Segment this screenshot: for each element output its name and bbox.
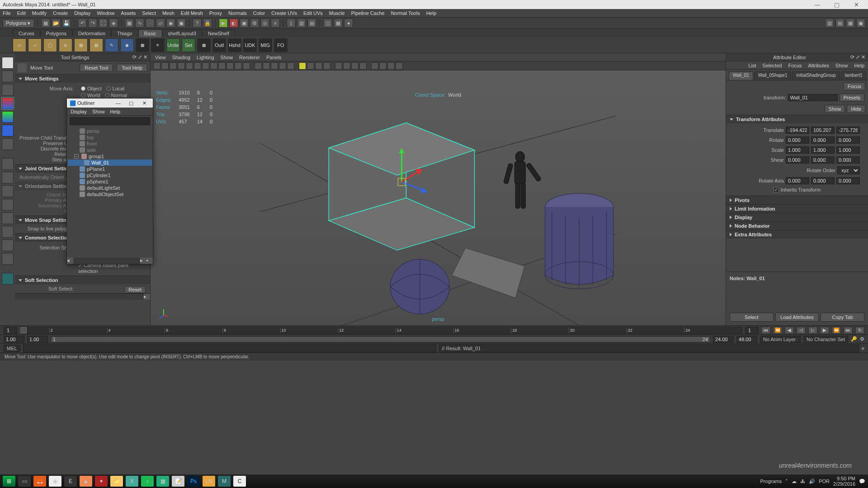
menu-item[interactable]: Help: [426, 10, 437, 16]
tray-onedrive-icon[interactable]: ☁: [792, 479, 797, 484]
axis-world-radio[interactable]: World: [81, 93, 100, 98]
outliner-item-wall-01[interactable]: Wall_01: [68, 160, 152, 166]
wireframe-icon[interactable]: ▦: [334, 19, 343, 28]
ae-show-button[interactable]: Show: [825, 105, 845, 113]
outliner-item-defaultobjectset[interactable]: defaultObjectSet: [68, 191, 152, 197]
vp-wireframe-icon[interactable]: [255, 62, 262, 70]
fo-icon[interactable]: FO: [274, 38, 288, 52]
tray-chevron-icon[interactable]: ˄: [785, 479, 788, 484]
vp-motion-blur-icon[interactable]: [379, 62, 387, 70]
range-play-end-input[interactable]: [713, 336, 734, 343]
scale-z-input[interactable]: [836, 146, 860, 154]
reset-tool-button[interactable]: Reset Tool: [80, 64, 113, 72]
vp-gate-mask-icon[interactable]: [218, 62, 226, 70]
translate-y-input[interactable]: [811, 127, 835, 134]
shelf-tab[interactable]: Deformation: [72, 29, 111, 37]
rotate-order-select[interactable]: xyz: [837, 166, 860, 174]
excel-icon[interactable]: X: [126, 476, 138, 487]
render-frame-icon[interactable]: ◎: [260, 19, 269, 28]
outliner-scroll-corner[interactable]: ▪: [146, 258, 153, 264]
poly-plane-icon[interactable]: ▱: [28, 38, 42, 52]
outliner-item-group1[interactable]: −group1: [68, 153, 152, 160]
menu-item[interactable]: Edit: [17, 10, 26, 16]
menu-item[interactable]: Color: [253, 10, 265, 16]
maya-icon[interactable]: M: [218, 476, 231, 487]
scale-x-input[interactable]: [786, 146, 809, 154]
command-input[interactable]: [23, 344, 436, 352]
epic-games-icon[interactable]: E: [64, 476, 77, 487]
range-start-input[interactable]: [4, 336, 24, 343]
shelf-tab[interactable]: Curves: [13, 29, 40, 37]
select-hierarchy-icon[interactable]: ⛶: [99, 19, 108, 28]
menu-item[interactable]: Pipeline Cache: [351, 10, 385, 16]
outliner-item-top[interactable]: top: [68, 134, 152, 141]
vp-grid-icon[interactable]: [194, 62, 201, 70]
range-track[interactable]: 124: [51, 336, 710, 343]
ae-menu-item[interactable]: List: [748, 63, 756, 68]
axis-local-radio[interactable]: Local: [106, 86, 124, 91]
ae-hide-button[interactable]: Hide: [847, 105, 865, 113]
vp-menu-item[interactable]: Show: [221, 55, 233, 60]
shear-x-input[interactable]: [786, 156, 809, 164]
vp-textured-icon[interactable]: [271, 62, 278, 70]
menu-item[interactable]: Window: [97, 10, 114, 16]
move-snap-header[interactable]: Move Snap Settings: [25, 217, 72, 223]
orientation-settings-header[interactable]: Orientation Settings: [25, 183, 72, 189]
outliner-item-persp[interactable]: persp: [68, 128, 152, 134]
outliner-item-psphere1[interactable]: pSphere1: [68, 178, 152, 185]
vp-resolution-gate-icon[interactable]: [210, 62, 217, 70]
undo-icon[interactable]: ↶: [78, 19, 87, 28]
poly-cylinder-icon[interactable]: ◯: [43, 38, 57, 52]
snap-live-icon[interactable]: ◉: [166, 19, 175, 28]
scale-y-input[interactable]: [811, 146, 835, 154]
step-forward-icon[interactable]: ▶: [820, 327, 829, 334]
ae-menu-item[interactable]: Show: [835, 63, 848, 68]
vp-lock-camera-icon[interactable]: [161, 62, 169, 70]
shelf-tab[interactable]: Polygons: [40, 29, 72, 37]
outliner-minimize[interactable]: —: [112, 100, 124, 106]
spotify-icon[interactable]: ♪: [141, 476, 154, 487]
render-settings-icon[interactable]: ⚙: [250, 19, 259, 28]
vp-menu-item[interactable]: View: [155, 55, 166, 60]
current-frame-field-right[interactable]: 1: [745, 327, 759, 334]
vp-menu-item[interactable]: Lighting: [197, 55, 214, 60]
layout-persp-outliner-icon[interactable]: [2, 212, 14, 224]
play-back-icon[interactable]: ◁: [797, 327, 806, 334]
shelf-tab[interactable]: Thiago: [111, 29, 138, 37]
app-icon-2[interactable]: ▦: [156, 476, 169, 487]
layout-four-icon[interactable]: [2, 172, 14, 183]
render-icon[interactable]: ▶: [219, 19, 228, 28]
vp-multisample-icon[interactable]: [387, 62, 395, 70]
notepad-icon[interactable]: 📝: [172, 476, 184, 487]
ae-copy-tab-button[interactable]: Copy Tab: [821, 313, 864, 322]
sidebar-toggle4-icon[interactable]: ▣: [856, 19, 865, 28]
script-lang-dropdown[interactable]: MEL: [4, 345, 20, 352]
range-play-start-input[interactable]: [27, 336, 48, 343]
checker-icon[interactable]: ▩: [197, 38, 211, 52]
file-explorer-icon[interactable]: 📁: [110, 476, 123, 487]
menu-item[interactable]: Display: [74, 10, 90, 16]
outliner-item-defaultlightset[interactable]: defaultLightSet: [68, 185, 152, 191]
ae-limit-header[interactable]: Limit Information: [735, 206, 775, 211]
time-slider-track[interactable]: 2 4 6 8 10 12 14 16 18 20 22 24: [20, 327, 742, 334]
soft-selection-header[interactable]: Soft Selection: [25, 277, 58, 283]
window-maximize[interactable]: ▢: [828, 1, 846, 8]
tray-lang-label[interactable]: POR: [819, 479, 830, 484]
ae-pivots-header[interactable]: Pivots: [735, 197, 750, 203]
menu-item[interactable]: Assets: [121, 10, 136, 16]
step-back-key-icon[interactable]: ⏪: [773, 327, 782, 334]
vp-exposure-icon[interactable]: [343, 62, 350, 70]
hshd-icon[interactable]: Hshd: [228, 38, 241, 52]
auto-key-icon[interactable]: 🔑: [851, 336, 857, 342]
shear-z-input[interactable]: [836, 156, 860, 164]
go-start-icon[interactable]: ⏮: [761, 327, 770, 334]
menu-item[interactable]: Create UVs: [271, 10, 297, 16]
vp-2d-pan-icon[interactable]: [186, 62, 193, 70]
anim-layer-dropdown[interactable]: No Anim Layer: [760, 336, 801, 343]
lasso-tool-icon[interactable]: [2, 70, 14, 82]
move-tool-icon[interactable]: [2, 98, 14, 109]
ae-select-button[interactable]: Select: [730, 313, 774, 322]
scale-tool-icon[interactable]: [2, 125, 14, 136]
ae-tab-active[interactable]: Wall_01: [729, 71, 753, 80]
start-button[interactable]: ⊞: [3, 476, 15, 487]
